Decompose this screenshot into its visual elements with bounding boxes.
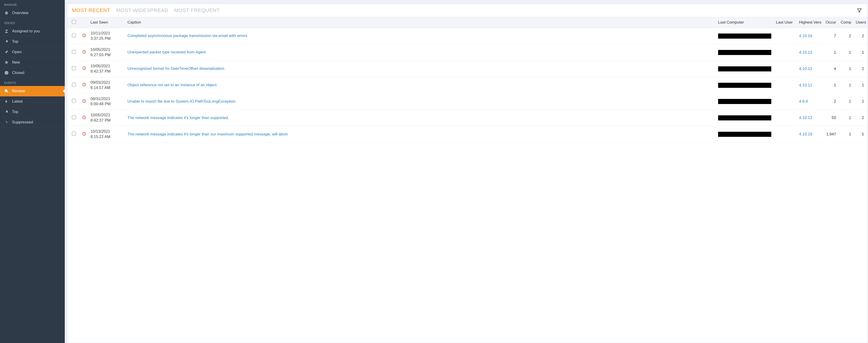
row-select-checkbox[interactable] [72,50,76,54]
pin-icon [4,50,9,54]
sidebar: MANAGEOverviewISSUESAssigned to youTopOp… [0,0,65,343]
svg-line-3 [7,92,8,93]
header-caption[interactable]: Caption [125,17,716,28]
row-users: 5 [854,126,867,143]
row-caption-cell: The network message indicates it's longe… [125,126,716,143]
sidebar-section-header: ISSUES [0,18,65,26]
sidebar-item-new[interactable]: New [0,57,65,68]
header-users[interactable]: Users [854,17,867,28]
row-version-link[interactable]: 4.10.13 [799,50,812,55]
row-computers: 2 [838,28,854,44]
sidebar-item-overview[interactable]: Overview [0,8,65,18]
row-select-checkbox[interactable] [72,83,76,87]
sidebar-item-suppressed[interactable]: Suppressed [0,117,65,128]
header-occurrences[interactable]: Occur [822,17,838,28]
svg-point-13 [84,69,85,69]
row-users: 2 [854,28,867,44]
header-last-computer[interactable]: Last Computer [716,17,774,28]
tab-frequent[interactable]: MOST FREQUENT [174,7,220,13]
row-caption-link[interactable]: The network message indicates it's longe… [127,132,289,136]
sidebar-item-events-top[interactable]: Top [0,107,65,117]
row-last-user [774,28,797,44]
row-severity-cell [80,28,88,44]
row-version-link[interactable]: 4.6.4 [799,99,808,104]
flame-icon [4,39,9,44]
row-version-link[interactable]: 4.10.13 [799,115,812,120]
redacted-computer [718,115,771,121]
row-date: 10/05/2021 [90,64,123,69]
sidebar-item-label: Assigned to you [12,29,40,34]
sidebar-item-review[interactable]: Review [0,86,65,96]
row-caption-link[interactable]: Completed asynchronous package transmiss… [127,34,247,38]
row-caption-link[interactable]: Object reference not set to an instance … [127,83,217,87]
row-caption-link[interactable]: The network message indicates it's longe… [127,115,229,120]
sidebar-item-label: Open [12,50,22,54]
row-last-seen: 10/05/20218:42:37 PM [88,110,125,126]
events-table-body: 10/11/20213:37:25 PMCompleted asynchrono… [67,28,867,143]
row-severity-cell [80,44,88,61]
row-date: 10/05/2021 [90,112,123,118]
row-version-link[interactable]: 4.10.11 [799,83,812,88]
row-last-computer [716,28,774,44]
header-computers[interactable]: Comp [838,17,854,28]
row-checkbox-cell [67,28,80,44]
row-select-checkbox[interactable] [72,66,76,70]
row-caption-cell: Unrecognized format for DateTimeOffset d… [125,61,716,77]
svg-point-2 [5,90,7,92]
row-version-cell: 4.10.19 [797,28,822,44]
header-highest-version[interactable]: Highest Vers [797,17,822,28]
row-time: 8:15:22 AM [90,134,123,140]
row-computers: 1 [838,93,854,110]
events-panel: MOST RECENTMOST WIDESPREADMOST FREQUENT [67,4,868,343]
row-select-checkbox[interactable] [72,99,76,103]
table-row: 10/05/20218:42:37 PMUnrecognized format … [67,61,867,77]
row-last-seen: 09/03/20216:14:57 AM [88,77,125,93]
sidebar-item-label: Suppressed [12,120,33,125]
sidebar-item-closed[interactable]: Closed [0,68,65,78]
row-select-checkbox[interactable] [72,132,76,136]
events-table: Last Seen Caption Last Computer Last Use… [67,17,867,143]
moon-icon [4,120,9,125]
header-checkbox-cell [67,17,80,28]
tab-widespread[interactable]: MOST WIDESPREAD [116,7,168,13]
header-last-user[interactable]: Last User [774,17,797,28]
sidebar-item-assigned[interactable]: Assigned to you [0,26,65,36]
table-row: 08/31/20216:00:48 PMUnable to import fil… [67,93,867,110]
filter-button[interactable] [856,7,863,14]
row-checkbox-cell [67,110,80,126]
sidebar-item-latest[interactable]: Latest [0,96,65,107]
table-header-row: Last Seen Caption Last Computer Last Use… [67,17,867,28]
row-caption-link[interactable]: Unexpected packet type received from Age… [127,50,206,54]
row-caption-link[interactable]: Unrecognized format for DateTimeOffset d… [127,66,224,71]
events-table-scroll[interactable]: Last Seen Caption Last Computer Last Use… [67,17,867,343]
row-caption-cell: Completed asynchronous package transmiss… [125,28,716,44]
row-severity-cell [80,61,88,77]
header-severity [80,17,88,28]
sidebar-item-open[interactable]: Open [0,47,65,57]
table-row: 10/13/20218:15:22 AMThe network message … [67,126,867,143]
sidebar-item-issues-top[interactable]: Top [0,36,65,47]
row-version-link[interactable]: 4.10.19 [799,132,812,136]
sidebar-item-label: New [12,60,20,65]
row-occurrences: 50 [822,110,838,126]
sidebar-item-label: Top [12,109,18,114]
row-select-checkbox[interactable] [72,34,76,37]
row-last-seen: 10/05/20218:42:37 PM [88,61,125,77]
tab-recent[interactable]: MOST RECENT [72,7,110,13]
row-caption-cell: Unable to import file due to System.IO.P… [125,93,716,110]
header-last-seen[interactable]: Last Seen [88,17,125,28]
row-select-checkbox[interactable] [72,115,76,119]
row-version-cell: 4.6.4 [797,93,822,110]
row-time: 3:37:25 PM [90,36,123,41]
row-version-link[interactable]: 4.10.19 [799,34,812,38]
row-caption-link[interactable]: Unable to import file due to System.IO.P… [127,99,236,104]
row-last-computer [716,61,774,77]
svg-point-19 [84,102,85,102]
select-all-checkbox[interactable] [72,20,76,24]
row-occurrences: 2 [822,93,838,110]
flame-icon [4,109,9,114]
row-checkbox-cell [67,126,80,143]
row-computers: 1 [838,61,854,77]
row-version-link[interactable]: 4.10.13 [799,67,812,71]
row-caption-cell: Object reference not set to an instance … [125,77,716,93]
